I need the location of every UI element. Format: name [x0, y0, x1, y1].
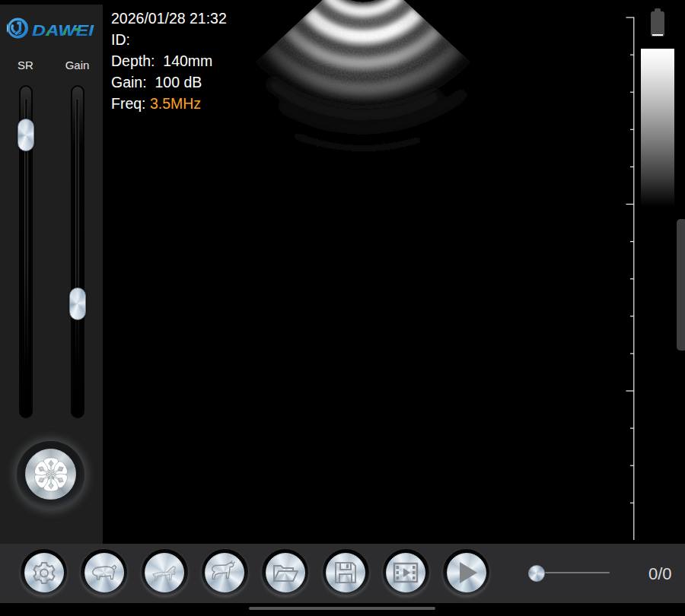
- svg-text:DAWEI: DAWEI: [32, 22, 94, 39]
